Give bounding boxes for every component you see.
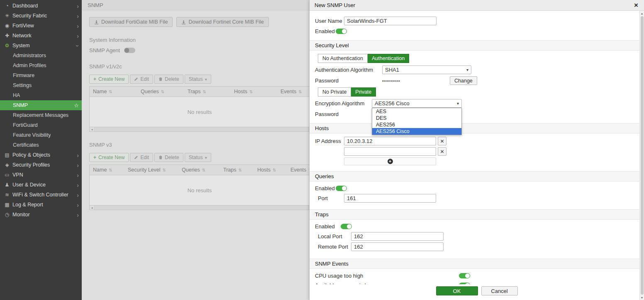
sidebar-item-label: Policy & Objects xyxy=(12,152,50,158)
v1v2c-delete-button[interactable]: Delete xyxy=(154,75,183,84)
encryption-algorithm-select[interactable]: AES256 Cisco ▾ xyxy=(372,99,462,108)
enabled-row: Enabled xyxy=(315,28,634,34)
plus-circle-icon: + xyxy=(388,159,393,164)
column-header-queries[interactable]: Queries ⇅ xyxy=(137,89,184,94)
chevron-right-icon: › xyxy=(77,202,79,208)
sidebar-item-fortiview[interactable]: ◉ FortiView › xyxy=(0,21,82,31)
sidebar-item-snmp[interactable]: SNMP ☆ xyxy=(0,100,82,110)
download-fortigate-mib-button[interactable]: Download FortiGate MIB File xyxy=(89,17,173,27)
v1v2c-horizontal-scrollbar[interactable]: ◂ xyxy=(89,127,309,132)
sidebar-item-monitor[interactable]: ◷ Monitor › xyxy=(0,210,82,220)
v3-create-new-button[interactable]: + Create New xyxy=(89,153,129,162)
column-header-name[interactable]: Name ⇅ xyxy=(90,89,137,94)
remove-host-button-1[interactable]: ✕ xyxy=(438,137,446,145)
sidebar-item-user-device[interactable]: ♟ User & Device › xyxy=(0,180,82,190)
v3-status-button[interactable]: Status ▾ xyxy=(185,153,211,162)
auth-algorithm-select[interactable]: SHA1 ▾ xyxy=(382,65,471,74)
sidebar-item-admin-profiles[interactable]: Admin Profiles xyxy=(0,60,82,70)
scrollbar-track[interactable] xyxy=(95,206,309,210)
option-aes256-cisco[interactable]: AES256 Cisco xyxy=(372,128,461,135)
v3-edit-button[interactable]: Edit xyxy=(130,153,153,162)
sidebar-item-security-profiles[interactable]: ◈ Security Profiles › xyxy=(0,160,82,170)
option-aes[interactable]: AES xyxy=(372,108,461,115)
sidebar-item-administrators[interactable]: Administrators xyxy=(0,51,82,60)
close-icon[interactable]: × xyxy=(634,2,639,9)
authentication-button[interactable]: Authentication xyxy=(368,54,409,63)
v3-delete-button[interactable]: Delete xyxy=(154,153,183,162)
caret-down-icon: ▾ xyxy=(205,155,207,160)
remote-port-input[interactable] xyxy=(351,242,444,251)
local-port-input[interactable] xyxy=(351,232,444,241)
sidebar-item-wifi-switch-controller[interactable]: ≋ WiFi & Switch Controller › xyxy=(0,190,82,200)
no-private-button[interactable]: No Private xyxy=(318,87,351,97)
column-label: Events xyxy=(281,89,296,94)
sidebar-item-system[interactable]: ⚙ System › xyxy=(0,41,82,51)
user-name-input[interactable] xyxy=(344,17,437,25)
column-header-events[interactable]: Events ⇅ xyxy=(287,167,309,173)
sidebar-item-firmware[interactable]: Firmware xyxy=(0,70,82,80)
sidebar-item-certificates[interactable]: Certificates xyxy=(0,140,82,150)
change-password-button[interactable]: Change xyxy=(450,76,477,85)
sidebar-item-log-report[interactable]: ▦ Log & Report › xyxy=(0,200,82,210)
favorite-star-icon[interactable]: ☆ xyxy=(74,102,79,109)
sidebar-item-dashboard[interactable]: ◔ Dashboard › xyxy=(0,1,82,11)
private-button[interactable]: Private xyxy=(351,87,376,97)
sidebar-item-network[interactable]: ✚ Network › xyxy=(0,31,82,41)
download-fortinet-core-mib-button[interactable]: Download Fortinet Core MIB File xyxy=(176,17,268,27)
remove-host-button-2[interactable]: ✕ xyxy=(438,147,446,156)
queries-enabled-toggle[interactable] xyxy=(336,186,347,191)
scroll-left-icon[interactable]: ◂ xyxy=(90,127,95,131)
v3-horizontal-scrollbar[interactable]: ◂ xyxy=(89,206,309,210)
scrollbar-thumb[interactable] xyxy=(641,16,644,295)
option-aes256[interactable]: AES256 xyxy=(372,121,461,128)
column-header-hosts[interactable]: Hosts ⇅ xyxy=(254,167,287,173)
sidebar-item-label: HA xyxy=(13,92,20,98)
add-host-button[interactable]: + xyxy=(344,157,436,165)
column-header-name[interactable]: Name ⇅ xyxy=(90,167,124,173)
scrollbar-track[interactable] xyxy=(95,127,309,131)
sidebar-item-feature-visibility[interactable]: Feature Visibility xyxy=(0,130,82,140)
sidebar-item-replacement-messages[interactable]: Replacement Messages xyxy=(0,110,82,120)
section-security-level: Security Level xyxy=(310,40,644,51)
host-row-2: ✕ xyxy=(315,147,634,156)
column-header-queries[interactable]: Queries ⇅ xyxy=(178,167,220,173)
sidebar-item-policy-objects[interactable]: ▤ Policy & Objects › xyxy=(0,150,82,160)
scroll-down-icon[interactable]: ▾ xyxy=(641,295,643,300)
column-header-traps[interactable]: Traps ⇅ xyxy=(220,167,254,173)
ok-button[interactable]: OK xyxy=(436,286,478,295)
column-header-traps[interactable]: Traps ⇅ xyxy=(184,89,231,94)
sidebar-item-fortiguard[interactable]: FortiGuard xyxy=(0,120,82,130)
snmp-agent-toggle[interactable] xyxy=(124,48,135,53)
port-input[interactable] xyxy=(344,194,436,203)
scroll-left-icon[interactable]: ◂ xyxy=(90,206,95,210)
host-ip-input-1[interactable] xyxy=(344,137,436,145)
column-header-security-level[interactable]: Security Level ⇅ xyxy=(124,167,178,173)
remote-port-label: Remote Port xyxy=(318,244,351,250)
v1v2c-status-button[interactable]: Status ▾ xyxy=(185,75,211,84)
scroll-up-icon[interactable]: ▴ xyxy=(641,11,643,16)
column-header-events[interactable]: Events ⇅ xyxy=(277,89,309,94)
enabled-toggle[interactable] xyxy=(336,29,347,34)
v1v2c-create-new-button[interactable]: + Create New xyxy=(89,75,129,84)
chevron-down-icon: › xyxy=(75,45,81,47)
sidebar-item-vpn[interactable]: ▭ VPN › xyxy=(0,170,82,180)
selected-value: SHA1 xyxy=(385,67,399,73)
traps-enabled-toggle[interactable] xyxy=(341,224,352,229)
authentication-segment: No Authentication Authentication xyxy=(318,54,409,63)
dashboard-icon: ◔ xyxy=(3,3,11,9)
option-des[interactable]: DES xyxy=(372,115,461,121)
event-cpu-toggle[interactable] xyxy=(459,273,470,278)
sidebar-item-ha[interactable]: HA xyxy=(0,90,82,100)
column-header-hosts[interactable]: Hosts ⇅ xyxy=(231,89,277,94)
no-authentication-button[interactable]: No Authentication xyxy=(318,54,368,63)
page-title-bar: SNMP xyxy=(82,0,309,10)
dialog-scrollbar[interactable]: ▴ ▾ xyxy=(639,11,644,300)
button-label: Create New xyxy=(98,155,124,160)
fortiview-icon: ◉ xyxy=(3,23,11,29)
sidebar-item-settings[interactable]: Settings xyxy=(0,80,82,90)
event-memory-toggle[interactable] xyxy=(459,283,470,284)
v1v2c-edit-button[interactable]: Edit xyxy=(130,75,153,84)
host-ip-input-2[interactable] xyxy=(344,147,436,156)
sidebar-item-security-fabric[interactable]: ✳ Security Fabric › xyxy=(0,11,82,21)
cancel-button[interactable]: Cancel xyxy=(481,286,518,295)
